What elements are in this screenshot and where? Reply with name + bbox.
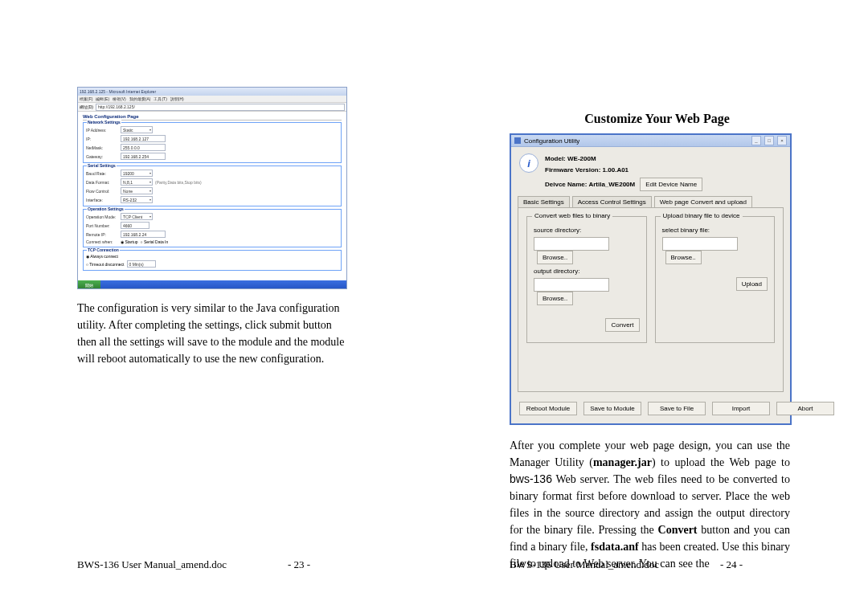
footer-doc-left: BWS-136 User Manual_amend.doc [77,558,227,571]
legend-network: Network Settings [87,120,121,125]
sel-flow[interactable]: None [121,187,153,194]
selbin-label: select binary file: [662,227,768,234]
edit-devicename-button[interactable]: Edit Device Name [640,178,702,191]
fieldset-serial: Serial Settings Baud Rate: 19200 Data Fo… [83,166,342,206]
import-button[interactable]: Import [712,402,770,415]
inp-port[interactable]: 4660 [121,222,149,229]
java-config-utility-screenshot: Configuration Utility _ □ × i Model: WE-… [510,133,792,425]
model-value: WE-200M [567,155,596,162]
lbl-flow: Flow Control: [86,189,118,194]
min-icon[interactable]: _ [751,136,761,145]
group-convert: Convert web files to binary source direc… [526,216,647,343]
browse-bin-button[interactable]: Browse.. [665,251,702,264]
radio-serialdata[interactable]: ○ Serial Data In [141,239,169,244]
jv-info-panel: i Model: WE-200M Firmware Version: 1.00.… [511,147,790,196]
jv-titlebar: Configuration Utility _ □ × [511,135,790,147]
model-label: Model: [545,155,567,162]
save-file-button[interactable]: Save to File [648,402,706,415]
save-module-button[interactable]: Save to Module [583,402,641,415]
fieldset-operation: Operation Settings Operation Mode: TCP C… [83,209,342,247]
lbl-ip: IP: [86,137,118,141]
radio-always[interactable]: ◉ Always connect [86,254,118,259]
app-icon [514,137,521,144]
sel-fmt[interactable]: N,8,1 [121,178,153,186]
inp-ip[interactable]: 192.168.2.127 [121,135,166,142]
ie-menu-file: 檔案(F) [80,96,92,101]
address-label: 網址(D) [80,104,93,109]
legend-convert: Convert web files to binary [532,212,612,219]
convert-button[interactable]: Convert [605,318,639,332]
jv-footer-buttons: Reboot Module Save to Module Save to Fil… [511,397,790,423]
legend-upload: Upload binary file to device [661,212,743,219]
inp-min[interactable]: 0 Min(s) [127,260,156,268]
devname-value: Artila_WE200M [588,181,635,188]
reboot-button[interactable]: Reboot Module [519,402,577,415]
tab-access[interactable]: Access Control Settings [572,196,652,207]
lbl-cw: Connect when: [86,239,118,244]
legend-tcp: TCP Connection [87,247,120,252]
fieldset-tcp: TCP Connection ◉ Always connect ○ Timeou… [83,250,342,271]
lbl-ip-address: IP Address: [86,128,118,133]
browse-src-button[interactable]: Browse.. [537,251,573,264]
left-paragraph: The configuration is very similar to the… [77,300,353,367]
upload-button[interactable]: Upload [736,277,768,291]
inp-gateway[interactable]: 192.168.2.254 [121,153,166,160]
sel-ip-address[interactable]: Static [121,126,153,133]
sel-mode[interactable]: TCP Client [121,213,153,220]
page-title: Web Configuration Page [83,114,342,121]
max-icon[interactable]: □ [764,136,774,145]
lbl-netmask: NetMask: [86,145,118,150]
ie-title-text: 192.168.2.125 - Microsoft Internet Explo… [80,89,156,94]
ie-menu-help: 說明(H) [170,96,184,101]
sel-baud[interactable]: 19200 [121,170,153,177]
ie-menu-edit: 編輯(E) [96,96,109,101]
ie-menu-fav: 我的最愛(A) [129,96,151,101]
jv-title-text: Configuration Utility [524,137,579,145]
lbl-fmt: Data Format: [86,180,118,185]
radio-startup[interactable]: ◉ Startup [121,239,138,244]
abort-button[interactable]: Abort [776,402,834,415]
inp-rip[interactable]: 192.168.2.24 [121,231,166,238]
ie-menu-view: 檢視(V) [113,96,126,101]
jv-tabs: Basic Settings Access Control Settings W… [511,196,790,207]
radio-timeout[interactable]: ○ Timeout disconnect [86,262,125,267]
heading-customize: Customize Your Web Page [567,112,747,126]
sel-if[interactable]: RS-232 [121,196,153,203]
fmt-note: (Parity,Data bits,Stop bits) [155,180,202,185]
footer-doc-right: BWS-136 User Manual_amend.doc [510,558,659,571]
lbl-if: Interface: [86,198,118,202]
src-label: source directory: [534,227,640,234]
close-icon[interactable]: × [777,136,787,145]
src-input[interactable] [534,237,609,251]
tab-webconvert[interactable]: Web page Convert and upload [654,196,752,207]
right-paragraph: After you complete your web page design,… [510,437,790,572]
selbin-input[interactable] [662,237,738,251]
ie-menu-tools: 工具(T) [154,96,166,101]
legend-serial: Serial Settings [87,163,117,168]
jv-tab-page: Convert web files to binary source direc… [518,207,784,392]
start-button[interactable]: 開始 [78,280,100,289]
ie-addressbar: 網址(D) http://192.168.2.125/ [78,103,346,112]
out-input[interactable] [534,278,609,292]
out-label: output directory: [534,268,640,275]
fw-value: 1.00.A01 [603,166,628,174]
fw-label: Firmware Version: [545,166,603,174]
footer-pagenum-right: - 24 - [720,558,743,571]
address-input[interactable]: http://192.168.2.125/ [96,104,345,111]
info-icon: i [519,153,538,173]
footer-pagenum-left: - 23 - [288,558,310,571]
windows-taskbar: 開始 [78,280,346,289]
legend-operation: Operation Settings [87,206,125,211]
lbl-gateway: Gateway: [86,154,118,159]
lbl-mode: Operation Mode: [86,215,118,219]
devname-label: Deivce Name: [545,181,588,188]
inp-netmask[interactable]: 255.0.0.0 [121,144,166,151]
lbl-port: Port Number: [86,223,118,228]
lbl-rip: Remote IP: [86,232,118,237]
browse-out-button[interactable]: Browse.. [537,292,573,305]
ie-titlebar: 192.168.2.125 - Microsoft Internet Explo… [78,88,346,96]
ie-window-screenshot: 192.168.2.125 - Microsoft Internet Explo… [77,87,347,289]
ie-menubar: 檔案(F) 編輯(E) 檢視(V) 我的最愛(A) 工具(T) 說明(H) [78,96,346,103]
group-upload: Upload binary file to device select bina… [655,216,776,343]
tab-basic[interactable]: Basic Settings [518,196,570,207]
